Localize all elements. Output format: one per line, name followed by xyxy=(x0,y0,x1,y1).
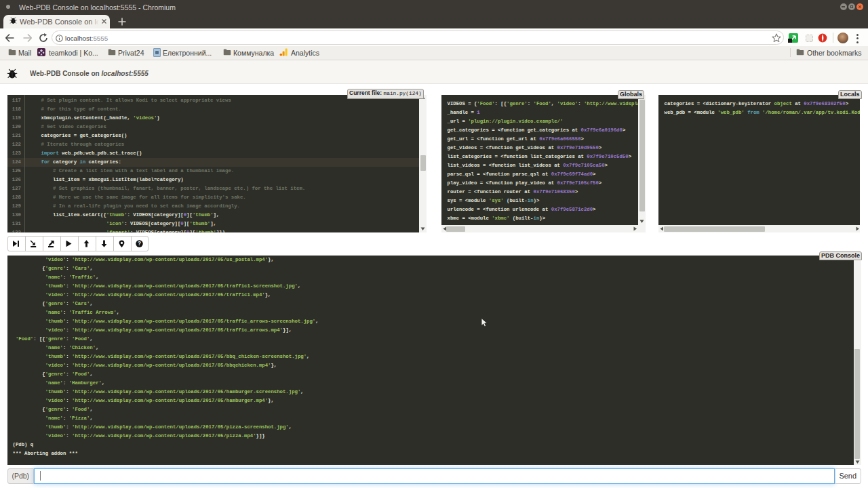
svg-text:?: ? xyxy=(138,241,141,247)
